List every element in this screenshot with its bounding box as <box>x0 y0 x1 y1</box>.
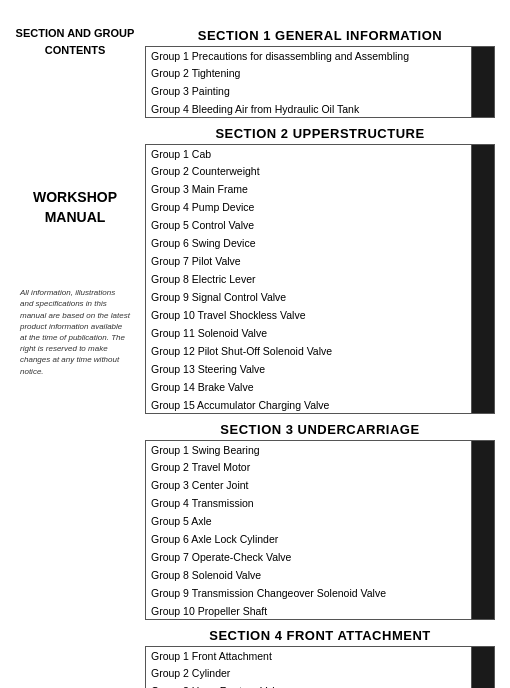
group-block <box>472 664 494 682</box>
group-block <box>472 270 494 288</box>
group-block <box>472 441 494 458</box>
group-text: Group 2 Cylinder <box>146 664 472 682</box>
list-item: Group 4 Transmission <box>145 494 495 512</box>
group-text: Group 10 Travel Shockless Valve <box>146 306 472 324</box>
group-text: Group 12 Pilot Shut-Off Solenoid Valve <box>146 342 472 360</box>
list-item: Group 1 Precautions for disassembling an… <box>145 46 495 64</box>
group-text: Group 2 Travel Motor <box>146 458 472 476</box>
group-text: Group 13 Steering Valve <box>146 360 472 378</box>
section-3-title: SECTION 3 UNDERCARRIAGE <box>145 422 495 437</box>
group-block <box>472 145 494 162</box>
list-item: Group 1 Cab <box>145 144 495 162</box>
group-text: Group 8 Electric Lever <box>146 270 472 288</box>
group-block <box>472 530 494 548</box>
group-block <box>472 360 494 378</box>
section-4-title: SECTION 4 FRONT ATTACHMENT <box>145 628 495 643</box>
group-block <box>472 64 494 82</box>
group-block <box>472 324 494 342</box>
list-item: Group 4 Pump Device <box>145 198 495 216</box>
group-block <box>472 198 494 216</box>
group-text: Group 15 Accumulator Charging Valve <box>146 396 472 413</box>
section-2-title: SECTION 2 UPPERSTRUCTURE <box>145 126 495 141</box>
list-item: Group 9 Transmission Changeover Solenoid… <box>145 584 495 602</box>
list-item: Group 7 Operate-Check Valve <box>145 548 495 566</box>
list-item: Group 13 Steering Valve <box>145 360 495 378</box>
list-item: Group 2 Tightening <box>145 64 495 82</box>
page: SECTION AND GROUP CONTENTS WORKSHOP MANU… <box>0 0 510 688</box>
group-block <box>472 216 494 234</box>
section-1-title: SECTION 1 GENERAL INFORMATION <box>145 28 495 43</box>
list-item: Group 4 Bleeding Air from Hydraulic Oil … <box>145 100 495 118</box>
group-text: Group 3 Center Joint <box>146 476 472 494</box>
list-item: Group 2 Cylinder <box>145 664 495 682</box>
group-text: Group 5 Axle <box>146 512 472 530</box>
list-item: Group 3 Main Frame <box>145 180 495 198</box>
group-text: Group 9 Transmission Changeover Solenoid… <box>146 584 472 602</box>
group-text: Group 1 Cab <box>146 145 472 162</box>
group-text: Group 7 Operate-Check Valve <box>146 548 472 566</box>
group-block <box>472 162 494 180</box>
group-block <box>472 82 494 100</box>
group-block <box>472 548 494 566</box>
group-text: Group 6 Swing Device <box>146 234 472 252</box>
group-block <box>472 647 494 664</box>
group-text: Group 6 Axle Lock Cylinder <box>146 530 472 548</box>
list-item: Group 6 Axle Lock Cylinder <box>145 530 495 548</box>
group-text: Group 9 Signal Control Valve <box>146 288 472 306</box>
disclaimer-text: All information, illustrations and speci… <box>15 287 135 377</box>
group-block <box>472 378 494 396</box>
group-text: Group 11 Solenoid Valve <box>146 324 472 342</box>
section-group-contents-title: SECTION AND GROUP CONTENTS <box>16 25 135 58</box>
list-item: Group 5 Control Valve <box>145 216 495 234</box>
group-block <box>472 584 494 602</box>
list-item: Group 3 Hose-Rupture Valve <box>145 682 495 688</box>
list-item: Group 10 Propeller Shaft <box>145 602 495 620</box>
group-block <box>472 602 494 619</box>
group-text: Group 4 Pump Device <box>146 198 472 216</box>
list-item: Group 11 Solenoid Valve <box>145 324 495 342</box>
group-block <box>472 512 494 530</box>
list-item: Group 9 Signal Control Valve <box>145 288 495 306</box>
group-block <box>472 458 494 476</box>
group-text: Group 8 Solenoid Valve <box>146 566 472 584</box>
group-text: Group 1 Precautions for disassembling an… <box>146 47 472 64</box>
list-item: Group 6 Swing Device <box>145 234 495 252</box>
group-text: Group 1 Front Attachment <box>146 647 472 664</box>
list-item: Group 8 Electric Lever <box>145 270 495 288</box>
list-item: Group 1 Front Attachment <box>145 646 495 664</box>
group-block <box>472 306 494 324</box>
list-item: Group 3 Painting <box>145 82 495 100</box>
group-block <box>472 682 494 688</box>
group-block <box>472 396 494 413</box>
group-text: Group 2 Tightening <box>146 64 472 82</box>
group-text: Group 2 Counterweight <box>146 162 472 180</box>
group-text: Group 1 Swing Bearing <box>146 441 472 458</box>
section-4-groups: Group 1 Front Attachment Group 2 Cylinde… <box>145 646 495 688</box>
group-block <box>472 342 494 360</box>
section-1-groups: Group 1 Precautions for disassembling an… <box>145 46 495 118</box>
group-text: Group 4 Bleeding Air from Hydraulic Oil … <box>146 100 472 117</box>
right-column: SECTION 1 GENERAL INFORMATION Group 1 Pr… <box>145 20 510 688</box>
section-2-groups: Group 1 Cab Group 2 Counterweight Group … <box>145 144 495 414</box>
group-text: Group 14 Brake Valve <box>146 378 472 396</box>
group-text: Group 3 Hose-Rupture Valve <box>146 682 472 688</box>
left-column: SECTION AND GROUP CONTENTS WORKSHOP MANU… <box>0 20 145 688</box>
group-block <box>472 494 494 512</box>
list-item: Group 5 Axle <box>145 512 495 530</box>
group-text: Group 7 Pilot Valve <box>146 252 472 270</box>
group-text: Group 10 Propeller Shaft <box>146 602 472 619</box>
group-block <box>472 234 494 252</box>
group-block <box>472 476 494 494</box>
group-text: Group 3 Main Frame <box>146 180 472 198</box>
list-item: Group 15 Accumulator Charging Valve <box>145 396 495 414</box>
list-item: Group 3 Center Joint <box>145 476 495 494</box>
group-block <box>472 47 494 64</box>
list-item: Group 12 Pilot Shut-Off Solenoid Valve <box>145 342 495 360</box>
list-item: Group 1 Swing Bearing <box>145 440 495 458</box>
list-item: Group 2 Travel Motor <box>145 458 495 476</box>
group-block <box>472 180 494 198</box>
list-item: Group 10 Travel Shockless Valve <box>145 306 495 324</box>
list-item: Group 2 Counterweight <box>145 162 495 180</box>
group-block <box>472 100 494 117</box>
group-block <box>472 288 494 306</box>
